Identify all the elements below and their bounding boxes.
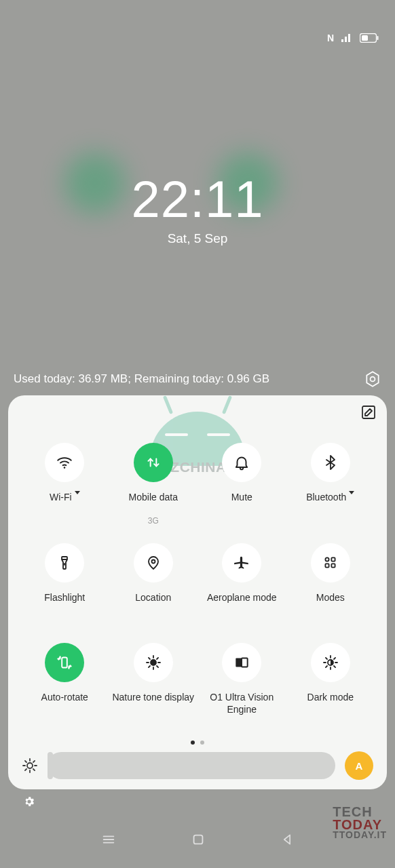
- tile-mobiledata[interactable]: Mobile data3G: [112, 443, 195, 535]
- svg-point-9: [151, 559, 155, 563]
- mobiledata-icon[interactable]: [134, 443, 173, 482]
- svg-point-10: [325, 557, 328, 561]
- tile-ultravision[interactable]: O1 Ultra Vision Engine: [200, 643, 284, 735]
- airplane-icon[interactable]: [222, 543, 261, 583]
- clock-time: 22:11: [0, 170, 395, 229]
- modes-icon[interactable]: [311, 543, 350, 583]
- nav-home-icon[interactable]: [191, 832, 206, 850]
- svg-rect-1: [377, 36, 379, 40]
- brightness-row: A: [22, 751, 373, 780]
- svg-rect-13: [331, 564, 335, 567]
- battery-icon: [360, 33, 379, 43]
- tile-sun[interactable]: Nature tone display: [112, 643, 195, 735]
- tile-bell[interactable]: Mute: [200, 443, 284, 535]
- ultravision-icon[interactable]: [222, 643, 261, 682]
- svg-rect-11: [331, 557, 335, 561]
- tile-label: Modes: [316, 592, 345, 615]
- quick-settings-panel: GIZCHINA.it Wi-FiMobile data3GMuteBlueto…: [8, 395, 387, 789]
- clock-date: Sat, 5 Sep: [0, 231, 395, 246]
- svg-rect-17: [242, 658, 248, 667]
- tile-label: Auto-rotate: [41, 692, 88, 715]
- tile-halfsun[interactable]: Dark mode: [289, 643, 373, 735]
- system-settings-icon[interactable]: [23, 795, 35, 810]
- location-icon[interactable]: [134, 543, 173, 583]
- tile-label: Wi-Fi: [50, 492, 80, 515]
- svg-marker-3: [366, 372, 378, 387]
- rotate-icon[interactable]: [45, 643, 84, 682]
- screen: N 22:11 Sat, 5 Sep Used today: 36.97 MB;…: [0, 0, 395, 868]
- tile-airplane[interactable]: Aeroplane mode: [200, 543, 284, 635]
- sun-icon[interactable]: [134, 643, 173, 682]
- tile-wifi[interactable]: Wi-Fi: [23, 443, 107, 535]
- signal-icon: [341, 33, 353, 43]
- svg-rect-12: [325, 564, 328, 567]
- svg-rect-5: [362, 406, 375, 418]
- tile-label: Dark mode: [307, 692, 354, 715]
- tile-label: Flashlight: [44, 592, 85, 615]
- tile-location[interactable]: Location: [112, 543, 195, 635]
- page-indicator: [8, 741, 387, 745]
- svg-rect-14: [62, 658, 67, 668]
- tile-label: Mute: [231, 492, 252, 515]
- brightness-slider[interactable]: [48, 752, 335, 779]
- svg-point-6: [64, 467, 66, 469]
- tile-label: Aeroplane mode: [207, 592, 277, 615]
- halfsun-icon[interactable]: [311, 643, 350, 682]
- bluetooth-icon[interactable]: [311, 443, 350, 482]
- nav-recent-icon[interactable]: [101, 832, 116, 850]
- nav-back-icon[interactable]: [280, 832, 294, 850]
- tile-sublabel: 3G: [148, 516, 159, 526]
- tile-bluetooth[interactable]: Bluetooth: [289, 443, 373, 535]
- tile-label: Bluetooth: [306, 492, 354, 515]
- tiles-grid: Wi-FiMobile data3GMuteBluetoothFlashligh…: [23, 443, 372, 735]
- clock-block: 22:11 Sat, 5 Sep: [0, 170, 395, 246]
- tile-modes[interactable]: Modes: [289, 543, 373, 635]
- bell-icon[interactable]: [222, 443, 261, 482]
- svg-point-15: [151, 660, 156, 665]
- wifi-icon[interactable]: [45, 443, 84, 482]
- flashlight-icon[interactable]: [45, 543, 84, 583]
- tile-label: Mobile data: [129, 492, 178, 515]
- auto-brightness-button[interactable]: A: [345, 751, 373, 780]
- tile-label: Location: [135, 592, 171, 615]
- nfc-indicator: N: [327, 33, 334, 43]
- tile-flashlight[interactable]: Flashlight: [23, 543, 107, 635]
- edit-tiles-button[interactable]: [358, 402, 379, 422]
- svg-rect-16: [236, 658, 242, 667]
- data-usage-row: Used today: 36.97 MB; Remaining today: 0…: [14, 370, 381, 388]
- status-bar: N: [327, 33, 379, 43]
- tile-rotate[interactable]: Auto-rotate: [23, 643, 107, 735]
- brightness-icon: [22, 757, 38, 774]
- tile-label: O1 Ultra Vision Engine: [200, 692, 284, 715]
- data-usage-settings-icon[interactable]: [364, 370, 381, 388]
- navigation-bar: [0, 826, 395, 856]
- tile-label: Nature tone display: [112, 692, 194, 715]
- svg-point-19: [27, 763, 33, 768]
- svg-rect-23: [194, 835, 203, 844]
- pager-dot[interactable]: [191, 741, 195, 745]
- svg-rect-2: [362, 35, 368, 41]
- pager-dot[interactable]: [200, 741, 204, 745]
- svg-point-4: [371, 377, 375, 382]
- data-usage-text: Used today: 36.97 MB; Remaining today: 0…: [14, 372, 269, 386]
- svg-rect-7: [62, 557, 67, 559]
